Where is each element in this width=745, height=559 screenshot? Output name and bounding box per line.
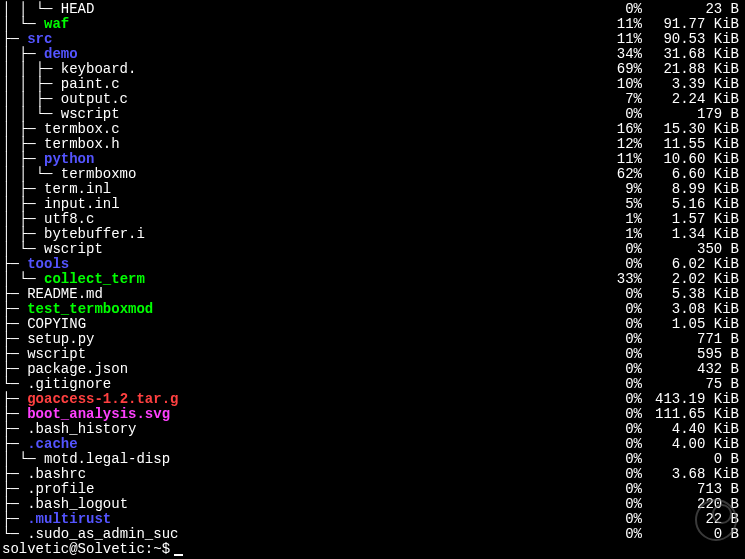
file-name: paint.c — [61, 77, 120, 92]
file-size: 31.68 KiB — [648, 47, 743, 62]
tree-row: │ ├─ utf8.c1%1.57 KiB — [2, 212, 743, 227]
percentage: 1% — [588, 227, 648, 242]
percentage: 7% — [588, 92, 648, 107]
tree-prefix: │ ├─ — [2, 212, 44, 227]
file-name: termbox.h — [44, 137, 120, 152]
tree-row: ├─ .multirust0%22 B — [2, 512, 743, 527]
file-name: collect_term — [44, 272, 145, 287]
file-size: 1.57 KiB — [648, 212, 743, 227]
tree-row: │ ├─ bytebuffer.i1%1.34 KiB — [2, 227, 743, 242]
file-name: waf — [44, 17, 69, 32]
spacer — [111, 377, 588, 392]
file-size: 91.77 KiB — [648, 17, 743, 32]
file-size: 10.60 KiB — [648, 152, 743, 167]
tree-row: │ ├─ term.inl9%8.99 KiB — [2, 182, 743, 197]
percentage: 1% — [588, 212, 648, 227]
percentage: 0% — [588, 257, 648, 272]
file-size: 21.88 KiB — [648, 62, 743, 77]
file-name: .profile — [27, 482, 94, 497]
file-name: term.inl — [44, 182, 111, 197]
tree-prefix: │ │ ├─ — [2, 77, 61, 92]
file-size: 5.16 KiB — [648, 197, 743, 212]
file-name: .multirust — [27, 512, 111, 527]
percentage: 0% — [588, 497, 648, 512]
percentage: 0% — [588, 407, 648, 422]
percentage: 62% — [588, 167, 648, 182]
file-size: 75 B — [648, 377, 743, 392]
file-size: 595 B — [648, 347, 743, 362]
tree-row: │ └─ collect_term33%2.02 KiB — [2, 272, 743, 287]
spacer — [136, 167, 588, 182]
percentage: 0% — [588, 452, 648, 467]
percentage: 0% — [588, 527, 648, 542]
tree-prefix: ├─ — [2, 302, 27, 317]
spacer — [111, 512, 588, 527]
shell-prompt-line[interactable]: solvetic@Solvetic:~$ — [2, 542, 743, 557]
tree-row: ├─ tools0%6.02 KiB — [2, 257, 743, 272]
spacer — [145, 272, 588, 287]
file-name: setup.py — [27, 332, 94, 347]
spacer — [120, 122, 588, 137]
tree-row: │ ├─ termbox.c16%15.30 KiB — [2, 122, 743, 137]
spacer — [69, 17, 588, 32]
tree-prefix: ├─ — [2, 437, 27, 452]
spacer — [111, 182, 588, 197]
file-name: wscript — [44, 242, 103, 257]
tree-prefix: │ ├─ — [2, 137, 44, 152]
file-size: 2.24 KiB — [648, 92, 743, 107]
tree-row: ├─ goaccess-1.2.tar.g0%413.19 KiB — [2, 392, 743, 407]
spacer — [136, 422, 588, 437]
tree-prefix: ├─ — [2, 32, 27, 47]
percentage: 0% — [588, 362, 648, 377]
percentage: 33% — [588, 272, 648, 287]
percentage: 0% — [588, 317, 648, 332]
tree-prefix: │ └─ — [2, 452, 44, 467]
file-size: 90.53 KiB — [648, 32, 743, 47]
tree-row: │ └─ motd.legal-disp0%0 B — [2, 452, 743, 467]
spacer — [120, 197, 588, 212]
file-size: 179 B — [648, 107, 743, 122]
file-name: termbox.c — [44, 122, 120, 137]
spacer — [94, 332, 588, 347]
file-name: src — [27, 32, 52, 47]
tree-row: └─ .sudo_as_admin_suc0%0 B — [2, 527, 743, 542]
file-size: 5.38 KiB — [648, 287, 743, 302]
spacer — [94, 152, 588, 167]
tree-prefix: │ │ ├─ — [2, 62, 61, 77]
spacer — [94, 482, 588, 497]
file-name: README.md — [27, 287, 103, 302]
file-size: 11.55 KiB — [648, 137, 743, 152]
tree-row: │ ├─ demo34%31.68 KiB — [2, 47, 743, 62]
tree-prefix: └─ — [2, 527, 27, 542]
spacer — [103, 242, 588, 257]
tree-prefix: ├─ — [2, 287, 27, 302]
file-name: tools — [27, 257, 69, 272]
percentage: 0% — [588, 482, 648, 497]
file-tree-listing: │ │ └─ HEAD0%23 B│ └─ waf11%91.77 KiB├─ … — [2, 2, 743, 542]
tree-prefix: ├─ — [2, 362, 27, 377]
file-size: 350 B — [648, 242, 743, 257]
tree-prefix: ├─ — [2, 332, 27, 347]
tree-row: │ │ └─ termboxmo62%6.60 KiB — [2, 167, 743, 182]
file-size: 771 B — [648, 332, 743, 347]
file-name: wscript — [61, 107, 120, 122]
file-name: termboxmo — [61, 167, 137, 182]
tree-prefix: │ │ └─ — [2, 107, 61, 122]
tree-row: ├─ boot_analysis.svg0%111.65 KiB — [2, 407, 743, 422]
file-name: .cache — [27, 437, 77, 452]
file-name: python — [44, 152, 94, 167]
tree-prefix: ├─ — [2, 467, 27, 482]
file-name: wscript — [27, 347, 86, 362]
percentage: 34% — [588, 47, 648, 62]
file-name: utf8.c — [44, 212, 94, 227]
spacer — [52, 32, 588, 47]
tree-row: ├─ README.md0%5.38 KiB — [2, 287, 743, 302]
tree-prefix: ├─ — [2, 512, 27, 527]
spacer — [128, 497, 588, 512]
tree-row: ├─ .bash_logout0%220 B — [2, 497, 743, 512]
tree-prefix: ├─ — [2, 347, 27, 362]
percentage: 0% — [588, 467, 648, 482]
tree-prefix: │ │ └─ — [2, 2, 61, 17]
file-name: .sudo_as_admin_suc — [27, 527, 178, 542]
tree-prefix: ├─ — [2, 407, 27, 422]
